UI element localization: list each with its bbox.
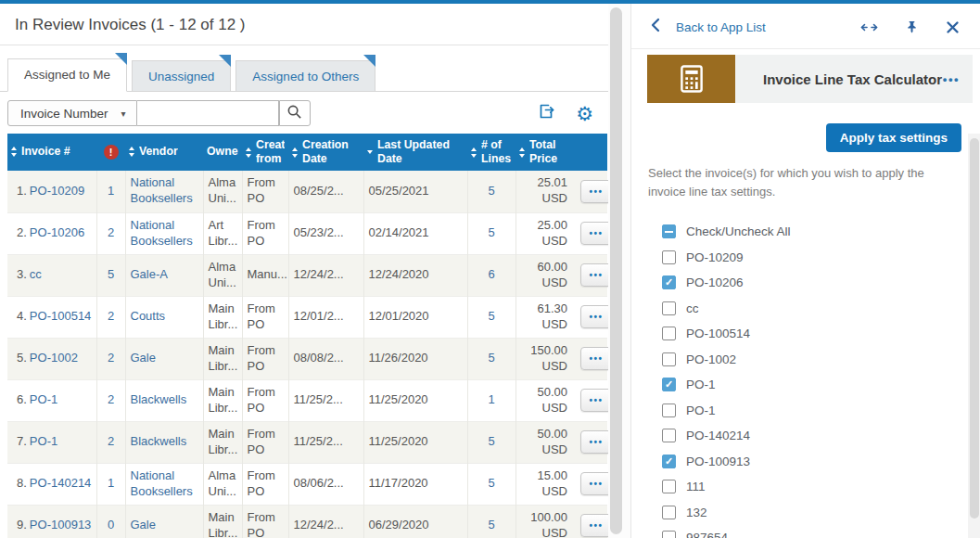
resize-panel-button[interactable] bbox=[860, 22, 878, 32]
column-header-#-of-lines[interactable]: # of Lines bbox=[467, 134, 515, 171]
checkbox-indeterminate-icon[interactable] bbox=[662, 224, 676, 238]
row-actions-button[interactable]: ••• bbox=[580, 263, 612, 287]
vendor-link[interactable]: National Booksellers bbox=[131, 175, 193, 205]
invoice-link[interactable]: cc bbox=[30, 267, 42, 281]
row-actions-button[interactable]: ••• bbox=[580, 305, 612, 328]
checkbox-icon[interactable]: ✓ bbox=[662, 275, 676, 289]
column-header-total-price[interactable]: Total Price bbox=[515, 134, 576, 171]
table-row[interactable]: 1.PO-10209 1 National Booksellers Alma U… bbox=[7, 171, 607, 212]
vendor-link[interactable]: National Booksellers bbox=[131, 218, 193, 248]
invoice-link[interactable]: PO-1 bbox=[30, 434, 57, 448]
vendor-link[interactable]: National Booksellers bbox=[131, 468, 193, 498]
alert-count-link[interactable]: 2 bbox=[108, 434, 114, 448]
invoice-link[interactable]: PO-100514 bbox=[30, 309, 92, 323]
invoice-checkbox-item[interactable]: ✓ PO-100913 bbox=[662, 455, 980, 468]
column-header-last-updated-date[interactable]: Last Updated Date bbox=[363, 134, 467, 171]
vendor-link[interactable]: Coutts bbox=[131, 309, 166, 323]
invoice-link[interactable]: PO-10209 bbox=[30, 184, 84, 198]
lines-count-link[interactable]: 1 bbox=[488, 392, 494, 406]
vendor-link[interactable]: Gale bbox=[131, 518, 156, 532]
invoice-checkbox-item[interactable]: PO-10209 bbox=[662, 250, 980, 264]
check-uncheck-all[interactable]: Check/Uncheck All bbox=[662, 224, 980, 238]
alert-count-link[interactable]: 5 bbox=[108, 267, 114, 281]
invoice-checkbox-item[interactable]: PO-100514 bbox=[662, 327, 980, 340]
sort-arrows-icon[interactable] bbox=[11, 147, 17, 157]
pin-panel-button[interactable] bbox=[905, 19, 919, 34]
search-field-selector[interactable]: Invoice Number ▾ bbox=[7, 100, 137, 126]
checkbox-icon[interactable] bbox=[662, 506, 676, 519]
invoice-checkbox-item[interactable]: ✓ PO-10206 bbox=[662, 275, 980, 289]
invoice-checkbox-item[interactable]: PO-1 bbox=[662, 404, 980, 417]
row-actions-button[interactable]: ••• bbox=[580, 389, 612, 412]
table-row[interactable]: 9.PO-100913 0 Gale Main Libr... From PO … bbox=[7, 505, 607, 538]
back-to-app-list-link[interactable]: Back to App List bbox=[676, 20, 766, 34]
app-menu-button[interactable]: ••• bbox=[943, 72, 960, 86]
checkbox-icon[interactable]: ✓ bbox=[662, 378, 676, 391]
invoice-checkbox-item[interactable]: PO-140214 bbox=[662, 429, 980, 442]
lines-count-link[interactable]: 6 bbox=[488, 267, 494, 281]
alert-count-link[interactable]: 2 bbox=[108, 351, 114, 365]
sort-arrows-icon[interactable] bbox=[367, 150, 373, 154]
left-scrollbar-thumb[interactable] bbox=[610, 7, 622, 534]
search-button[interactable] bbox=[279, 100, 311, 126]
column-header-created-from[interactable]: Created from bbox=[242, 134, 288, 171]
table-row[interactable]: 2.PO-10206 2 National Booksellers Art Li… bbox=[7, 212, 607, 254]
sort-arrows-icon[interactable] bbox=[519, 147, 525, 158]
table-row[interactable]: 8.PO-140214 1 National Booksellers Alma … bbox=[7, 463, 607, 505]
column-header-alert[interactable]: ! bbox=[96, 134, 125, 171]
close-panel-button[interactable] bbox=[946, 20, 960, 34]
table-row[interactable]: 3.cc 5 Gale-A Alma Uni... Manu... 12/24/… bbox=[7, 254, 607, 296]
checkbox-icon[interactable] bbox=[662, 327, 676, 340]
vendor-link[interactable]: Gale-A bbox=[131, 267, 168, 281]
alert-count-link[interactable]: 0 bbox=[108, 518, 114, 532]
invoice-checkbox-item[interactable]: ✓ PO-1 bbox=[662, 378, 980, 391]
tab-assigned-to-others[interactable]: Assigned to Others bbox=[235, 60, 375, 91]
lines-count-link[interactable]: 5 bbox=[488, 476, 494, 490]
invoice-link[interactable]: PO-100913 bbox=[30, 518, 92, 532]
search-input[interactable] bbox=[137, 100, 279, 126]
lines-count-link[interactable]: 5 bbox=[488, 184, 494, 198]
checkbox-icon[interactable] bbox=[662, 404, 676, 417]
alert-count-link[interactable]: 1 bbox=[108, 476, 114, 490]
checkbox-icon[interactable]: ✓ bbox=[662, 455, 676, 468]
column-header-vendor[interactable]: Vendor bbox=[125, 134, 203, 171]
invoice-checkbox-item[interactable]: PO-1002 bbox=[662, 352, 980, 366]
column-header-invoice-#[interactable]: Invoice # bbox=[7, 134, 96, 171]
invoice-link[interactable]: PO-1 bbox=[30, 392, 57, 406]
vendor-link[interactable]: Gale bbox=[131, 351, 156, 365]
checkbox-icon[interactable] bbox=[662, 531, 676, 538]
table-row[interactable]: 7.PO-1 2 Blackwells Main Libr... From PO… bbox=[7, 421, 607, 463]
alert-count-link[interactable]: 2 bbox=[108, 225, 114, 239]
lines-count-link[interactable]: 5 bbox=[488, 518, 494, 532]
checkbox-icon[interactable] bbox=[662, 301, 676, 315]
sort-arrows-icon[interactable] bbox=[129, 147, 134, 157]
apply-tax-settings-button[interactable]: Apply tax settings bbox=[826, 123, 961, 152]
row-actions-button[interactable]: ••• bbox=[580, 514, 612, 537]
lines-count-link[interactable]: 5 bbox=[488, 434, 494, 448]
checkbox-icon[interactable] bbox=[662, 429, 676, 442]
invoice-checkbox-item[interactable]: 111 bbox=[662, 480, 980, 493]
vendor-link[interactable]: Blackwells bbox=[131, 434, 187, 448]
export-button[interactable] bbox=[537, 102, 555, 124]
vendor-link[interactable]: Blackwells bbox=[131, 392, 187, 406]
invoice-link[interactable]: PO-10206 bbox=[30, 225, 84, 239]
sort-arrows-icon[interactable] bbox=[246, 147, 251, 158]
lines-count-link[interactable]: 5 bbox=[488, 225, 494, 239]
table-row[interactable]: 5.PO-1002 2 Gale Main Libr... From PO 08… bbox=[7, 338, 607, 379]
checkbox-icon[interactable] bbox=[662, 250, 676, 264]
checkbox-icon[interactable] bbox=[662, 480, 676, 493]
sort-arrows-icon[interactable] bbox=[471, 147, 477, 158]
left-scrollbar-track[interactable] bbox=[608, 4, 630, 538]
tab-unassigned[interactable]: Unassigned bbox=[132, 60, 231, 91]
alert-count-link[interactable]: 2 bbox=[108, 309, 114, 323]
row-actions-button[interactable]: ••• bbox=[580, 180, 612, 203]
table-row[interactable]: 6.PO-1 2 Blackwells Main Libr... From PO… bbox=[7, 379, 607, 421]
column-header-creation-date[interactable]: Creation Date bbox=[288, 134, 363, 171]
lines-count-link[interactable]: 5 bbox=[488, 351, 494, 365]
alert-count-link[interactable]: 1 bbox=[108, 184, 114, 198]
invoice-checkbox-item[interactable]: 987654 bbox=[662, 531, 980, 538]
tab-assigned-to-me[interactable]: Assigned to Me bbox=[7, 58, 127, 92]
invoice-link[interactable]: PO-1002 bbox=[30, 351, 78, 365]
settings-button[interactable]: ⚙ bbox=[576, 104, 593, 123]
lines-count-link[interactable]: 5 bbox=[488, 309, 494, 323]
